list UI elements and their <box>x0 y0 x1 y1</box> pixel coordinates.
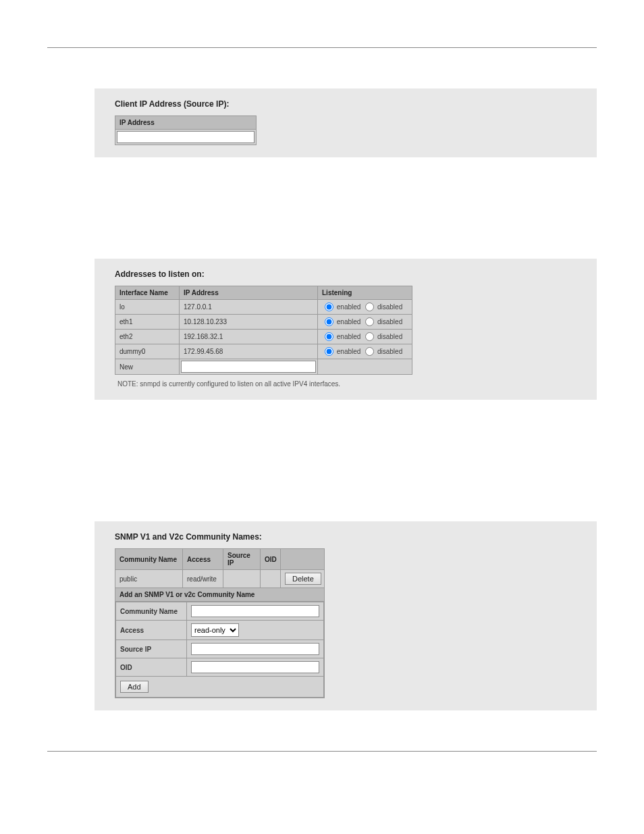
form-name-label: Community Name <box>120 608 178 615</box>
form-oid-input[interactable] <box>191 661 319 673</box>
community-header-oid: OID <box>261 549 281 570</box>
client-ip-table: IP Address <box>115 115 257 145</box>
listen-header-listening: Listening <box>318 286 412 300</box>
community-header-access: Access <box>183 549 223 570</box>
listen-radio-cell: enabled disabled <box>318 330 412 344</box>
add-button[interactable]: Add <box>120 681 149 693</box>
form-access-select[interactable]: read-onlyread/write <box>191 623 239 637</box>
listen-iface: lo <box>115 300 180 315</box>
listen-disabled-radio[interactable] <box>365 303 374 311</box>
listen-iface: dummy0 <box>115 344 180 359</box>
listen-table: Interface Name IP Address Listening lo12… <box>115 286 412 375</box>
listen-ip: 192.168.32.1 <box>180 330 318 344</box>
form-access-label: Access <box>120 627 144 634</box>
client-ip-input[interactable] <box>117 131 254 143</box>
listen-enabled-radio[interactable] <box>325 347 333 356</box>
listen-enabled-radio[interactable] <box>325 303 333 311</box>
community-header-source: Source IP <box>223 549 261 570</box>
listen-new-label: New <box>115 359 180 375</box>
community-title: SNMP V1 and V2c Community Names: <box>115 532 590 542</box>
form-oid-label: OID <box>120 664 132 671</box>
bottom-rule <box>47 751 597 752</box>
listen-radio-cell: enabled disabled <box>318 315 412 330</box>
table-row: eth2192.168.32.1 enabled disabled <box>115 330 412 344</box>
listen-header-iface: Interface Name <box>115 286 180 300</box>
listen-radio-cell: enabled disabled <box>318 300 412 315</box>
community-header-name: Community Name <box>115 549 183 570</box>
listen-panel: Addresses to listen on: Interface Name I… <box>95 259 597 400</box>
form-source-label: Source IP <box>120 646 151 653</box>
community-source <box>223 570 261 588</box>
listen-disabled-label: disabled <box>377 333 402 340</box>
community-table: Community Name Access Source IP OID publ… <box>115 548 325 698</box>
listen-note: NOTE: snmpd is currently configured to l… <box>117 380 590 388</box>
listen-disabled-radio[interactable] <box>365 332 374 341</box>
form-name-input[interactable] <box>191 605 319 617</box>
community-add-header: Add an SNMP V1 or v2c Community Name <box>115 588 325 602</box>
listen-header-ip: IP Address <box>180 286 318 300</box>
listen-disabled-label: disabled <box>377 303 402 311</box>
page: Client IP Address (Source IP): IP Addres… <box>0 0 644 752</box>
listen-enabled-radio[interactable] <box>325 332 333 341</box>
table-row: eth110.128.10.233 enabled disabled <box>115 315 412 330</box>
listen-enabled-label: enabled <box>337 348 361 355</box>
client-ip-header: IP Address <box>115 116 257 130</box>
client-ip-panel: Client IP Address (Source IP): IP Addres… <box>95 88 597 157</box>
listen-title: Addresses to listen on: <box>115 269 590 279</box>
listen-ip: 127.0.0.1 <box>180 300 318 315</box>
community-name: public <box>115 570 183 588</box>
community-access: read/write <box>183 570 223 588</box>
listen-disabled-radio[interactable] <box>365 317 374 326</box>
listen-ip: 172.99.45.68 <box>180 344 318 359</box>
form-source-input[interactable] <box>191 643 319 655</box>
community-panel: SNMP V1 and V2c Community Names: Communi… <box>95 521 597 710</box>
listen-enabled-label: enabled <box>337 303 361 311</box>
listen-iface: eth1 <box>115 315 180 330</box>
table-row: lo127.0.0.1 enabled disabled <box>115 300 412 315</box>
listen-disabled-radio[interactable] <box>365 347 374 356</box>
listen-new-input[interactable] <box>181 361 316 373</box>
community-header-blank <box>281 549 325 570</box>
delete-button[interactable]: Delete <box>285 573 321 585</box>
listen-enabled-label: enabled <box>337 318 361 325</box>
listen-ip: 10.128.10.233 <box>180 315 318 330</box>
table-row: publicread/writeDelete <box>115 570 325 588</box>
listen-new-empty <box>318 359 412 375</box>
client-ip-title: Client IP Address (Source IP): <box>115 99 590 109</box>
listen-radio-cell: enabled disabled <box>318 344 412 359</box>
listen-enabled-label: enabled <box>337 333 361 340</box>
community-oid <box>261 570 281 588</box>
listen-disabled-label: disabled <box>377 348 402 355</box>
listen-disabled-label: disabled <box>377 318 402 325</box>
listen-iface: eth2 <box>115 330 180 344</box>
community-action: Delete <box>281 570 325 588</box>
table-row: dummy0172.99.45.68 enabled disabled <box>115 344 412 359</box>
listen-enabled-radio[interactable] <box>325 317 333 326</box>
